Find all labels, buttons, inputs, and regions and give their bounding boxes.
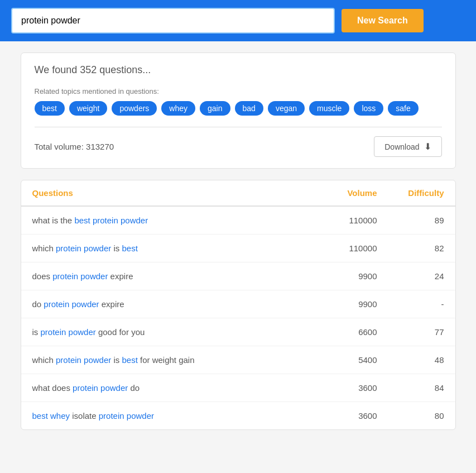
volume-cell: 9900 bbox=[305, 271, 377, 281]
highlighted-word: powder bbox=[121, 216, 148, 225]
volume-cell: 3600 bbox=[305, 383, 377, 393]
topic-tag[interactable]: muscle bbox=[309, 101, 349, 116]
new-search-button[interactable]: New Search bbox=[342, 9, 424, 32]
question-cell: is protein powder good for you bbox=[32, 327, 305, 337]
highlighted-word: powder bbox=[80, 271, 108, 281]
question-cell: what does protein powder do bbox=[32, 383, 305, 393]
col-questions-header: Questions bbox=[32, 188, 305, 198]
volume-row: Total volume: 313270 Download ⬇ bbox=[35, 127, 442, 157]
table-row[interactable]: which protein powder is best for weight … bbox=[21, 346, 455, 374]
highlighted-word: powder bbox=[84, 243, 111, 253]
highlighted-word: powder bbox=[127, 411, 154, 421]
topic-tag[interactable]: whey bbox=[161, 101, 195, 116]
question-cell: what is the best protein powder bbox=[32, 216, 305, 225]
difficulty-cell: 80 bbox=[377, 411, 444, 421]
col-difficulty-header: Difficulty bbox=[377, 188, 444, 198]
highlighted-word: whey bbox=[50, 411, 70, 421]
volume-cell: 6600 bbox=[305, 327, 377, 337]
topic-tag[interactable]: gain bbox=[200, 101, 230, 116]
highlighted-word: best bbox=[32, 411, 48, 421]
highlighted-word: protein bbox=[93, 216, 118, 225]
summary-card: We found 352 questions... Related topics… bbox=[21, 52, 456, 169]
question-cell: do protein powder expire bbox=[32, 299, 305, 309]
volume-cell: 110000 bbox=[305, 216, 377, 225]
question-cell: best whey isolate protein powder bbox=[32, 411, 305, 421]
topic-tag[interactable]: safe bbox=[388, 101, 418, 116]
total-volume: Total volume: 313270 bbox=[35, 142, 114, 151]
difficulty-cell: 24 bbox=[377, 271, 444, 281]
tags-row: bestweightpowderswheygainbadveganmusclel… bbox=[35, 101, 442, 116]
table-row[interactable]: do protein powder expire 9900 - bbox=[21, 290, 455, 318]
highlighted-word: best bbox=[74, 216, 90, 225]
volume-cell: 3600 bbox=[305, 411, 377, 421]
table-header: Questions Volume Difficulty bbox=[21, 180, 455, 207]
difficulty-cell: 82 bbox=[377, 243, 444, 253]
difficulty-cell: 77 bbox=[377, 327, 444, 337]
highlighted-word: powder bbox=[84, 355, 111, 365]
header: New Search bbox=[0, 0, 476, 41]
volume-cell: 110000 bbox=[305, 243, 377, 253]
table-row[interactable]: what is the best protein powder 110000 8… bbox=[21, 207, 455, 235]
highlighted-word: protein bbox=[99, 411, 124, 421]
volume-cell: 5400 bbox=[305, 355, 377, 365]
difficulty-cell: - bbox=[377, 299, 444, 309]
topic-tag[interactable]: bad bbox=[235, 101, 263, 116]
topic-tag[interactable]: powders bbox=[112, 101, 157, 116]
table-row[interactable]: which protein powder is best 110000 82 bbox=[21, 235, 455, 262]
download-label: Download bbox=[384, 142, 419, 151]
related-topics-label: Related topics mentioned in questions: bbox=[35, 87, 442, 95]
topic-tag[interactable]: vegan bbox=[268, 101, 305, 116]
highlighted-word: best bbox=[122, 243, 137, 253]
difficulty-cell: 89 bbox=[377, 216, 444, 225]
highlighted-word: best bbox=[122, 355, 137, 365]
search-input[interactable] bbox=[11, 8, 335, 34]
topic-tag[interactable]: loss bbox=[354, 101, 383, 116]
highlighted-word: protein bbox=[41, 327, 66, 337]
topic-tag[interactable]: best bbox=[35, 101, 65, 116]
highlighted-word: powder bbox=[69, 327, 96, 337]
highlighted-word: protein bbox=[56, 355, 81, 365]
download-button[interactable]: Download ⬇ bbox=[374, 136, 441, 157]
found-text: We found 352 questions... bbox=[35, 64, 442, 76]
col-volume-header: Volume bbox=[305, 188, 377, 198]
highlighted-word: protein bbox=[44, 299, 69, 309]
difficulty-cell: 84 bbox=[377, 383, 444, 393]
table-row[interactable]: is protein powder good for you 6600 77 bbox=[21, 318, 455, 346]
topic-tag[interactable]: weight bbox=[69, 101, 107, 116]
download-icon: ⬇ bbox=[424, 141, 431, 152]
highlighted-word: protein bbox=[73, 383, 98, 393]
highlighted-word: protein bbox=[56, 243, 81, 253]
results-table: Questions Volume Difficulty what is the … bbox=[21, 180, 456, 430]
difficulty-cell: 48 bbox=[377, 355, 444, 365]
highlighted-word: protein bbox=[52, 271, 78, 281]
question-cell: which protein powder is best for weight … bbox=[32, 355, 305, 365]
table-body: what is the best protein powder 110000 8… bbox=[21, 207, 455, 429]
table-row[interactable]: best whey isolate protein powder 3600 80 bbox=[21, 402, 455, 429]
question-cell: which protein powder is best bbox=[32, 243, 305, 253]
highlighted-word: powder bbox=[71, 299, 99, 309]
highlighted-word: powder bbox=[100, 383, 128, 393]
question-cell: does protein powder expire bbox=[32, 271, 305, 281]
table-row[interactable]: what does protein powder do 3600 84 bbox=[21, 374, 455, 402]
table-row[interactable]: does protein powder expire 9900 24 bbox=[21, 262, 455, 290]
main-content: We found 352 questions... Related topics… bbox=[9, 41, 467, 441]
volume-cell: 9900 bbox=[305, 299, 377, 309]
